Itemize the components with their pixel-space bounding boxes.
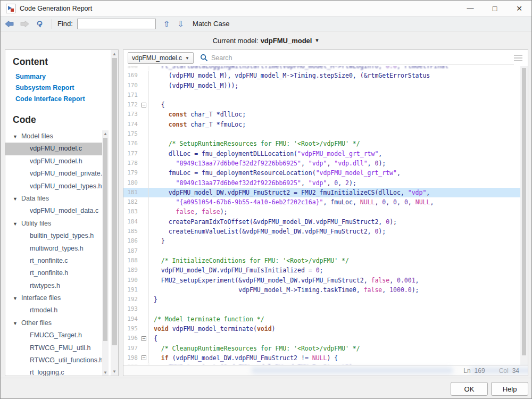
tree-file-item[interactable]: rt_logging.c: [5, 367, 102, 376]
caret-down-icon[interactable]: ▼: [13, 221, 18, 227]
tree-file-item[interactable]: rtmodel.h: [5, 304, 102, 317]
code-line[interactable]: 198– if (vdpFMU_model_DW.vdpFMU_FmuStruc…: [123, 353, 520, 363]
close-icon[interactable]: ✕: [507, 1, 531, 16]
match-case-toggle[interactable]: Match Case: [193, 20, 229, 28]
sidebar-scrollbar[interactable]: ▲ ▼: [111, 50, 118, 376]
tree-scroll-up-icon[interactable]: ▲: [102, 131, 109, 136]
line-number: 173: [123, 110, 140, 119]
search-icon: [200, 54, 208, 62]
caret-down-icon[interactable]: ▼: [13, 321, 18, 326]
caret-down-icon[interactable]: ▼: [13, 134, 18, 139]
tree-file-item[interactable]: RTWCG_util_functions.h: [5, 354, 102, 367]
code-line[interactable]: 190 FMU2_setupExperiment(&vdpFMU_model_D…: [123, 276, 520, 285]
code-scrollbar[interactable]: [520, 66, 528, 366]
tree-file-item[interactable]: vdpFMU_model.c: [5, 143, 102, 155]
fold-toggle[interactable]: –: [140, 353, 148, 363]
code-line[interactable]: 178 "8949c13aa77d6b0ef32d2f9226bb6925", …: [123, 159, 520, 168]
tree-file-item[interactable]: vdpFMU_model_types.h: [5, 180, 102, 193]
code-line[interactable]: 193: [123, 304, 520, 314]
fold-spacer: [140, 276, 148, 285]
tree-group[interactable]: ▼Data files: [5, 193, 102, 205]
tree-file-item[interactable]: multiword_types.h: [5, 243, 102, 255]
tree-group[interactable]: ▼Model files: [5, 130, 102, 143]
collapse-minus-icon[interactable]: –: [142, 103, 146, 107]
menu-icon[interactable]: [514, 53, 522, 63]
file-dropdown[interactable]: vdpFMU_model.c ▼: [128, 52, 194, 64]
maximize-icon[interactable]: □: [483, 1, 507, 16]
collapse-minus-icon[interactable]: –: [142, 336, 146, 341]
content-link[interactable]: Subsystem Report: [15, 82, 118, 94]
content-link[interactable]: Summary: [15, 71, 118, 82]
find-next-icon[interactable]: ⇩: [177, 19, 184, 29]
code-line[interactable]: 197 /* CleanupRuntimeResources for FMU: …: [123, 344, 520, 353]
fold-spacer: [140, 256, 148, 265]
find-previous-icon[interactable]: ⇧: [163, 19, 170, 29]
line-number: 171: [123, 90, 140, 100]
code-scroll-thumb[interactable]: [522, 68, 526, 355]
code-line[interactable]: 191 vdpFMU_model_M->Timing.taskTime0, fa…: [123, 285, 520, 295]
code-line[interactable]: 174 const char_T *fmuLoc;: [123, 120, 520, 129]
find-input[interactable]: [77, 19, 156, 29]
tree-file-item[interactable]: FMUCG_Target.h: [5, 329, 102, 342]
code-line[interactable]: 168 rt_StartDataLoggingWithStartTime(vdp…: [123, 66, 520, 71]
line-number: 180: [123, 178, 140, 188]
code-line[interactable]: 175: [123, 129, 520, 139]
code-line[interactable]: 184 createParamIdxToOffset(&vdpFMU_model…: [123, 217, 520, 227]
fold-toggle[interactable]: –: [140, 334, 148, 343]
code-line[interactable]: 187: [123, 246, 520, 256]
forward-icon[interactable]: [19, 19, 30, 29]
code-line[interactable]: 194/* Model terminate function */: [123, 314, 520, 324]
code-line[interactable]: 188 /* InitializeConditions for FMU: '<R…: [123, 256, 520, 265]
ok-button[interactable]: OK: [451, 382, 488, 396]
code-line[interactable]: 196–{: [123, 334, 520, 343]
tree-file-item[interactable]: rtwtypes.h: [5, 280, 102, 292]
line-number: 194: [123, 314, 140, 324]
code-line[interactable]: 185 createEnumValueList(&vdpFMU_model_DW…: [123, 227, 520, 236]
code-line[interactable]: 177 dllLoc = fmu_deploymentDLLLocation("…: [123, 149, 520, 159]
code-line[interactable]: 186 }: [123, 236, 520, 246]
tree-scrollbar[interactable]: ▲ ▼: [102, 130, 109, 376]
code-line[interactable]: 172– {: [123, 100, 520, 110]
tree-file-item[interactable]: vdpFMU_model.h: [5, 155, 102, 168]
back-icon[interactable]: [4, 19, 15, 29]
sidebar-scroll-thumb[interactable]: [112, 58, 117, 345]
tree-file-item[interactable]: builtin_typeid_types.h: [5, 230, 102, 242]
tree-file-item[interactable]: RTWCG_FMU_util.h: [5, 342, 102, 354]
tree-group[interactable]: ▼Interface files: [5, 292, 102, 304]
refresh-icon[interactable]: ⟳: [34, 18, 45, 30]
code-line[interactable]: 180 "8949c13aa77d6b0ef32d2f9226bb6925", …: [123, 178, 520, 188]
code-line[interactable]: 170 (vdpFMU_model_M)));: [123, 81, 520, 90]
tree-file-item[interactable]: rt_nonfinite.h: [5, 267, 102, 279]
code-line[interactable]: 189 vdpFMU_model_DW.vdpFMU_FmuIsInitiali…: [123, 265, 520, 275]
line-number: 175: [123, 129, 140, 139]
code-line[interactable]: 179 fmuLoc = fmu_deploymentResourceLocat…: [123, 168, 520, 178]
code-line[interactable]: 183 false, false);: [123, 207, 520, 217]
code-line[interactable]: 176 /* SetupRuntimeResources for FMU: '<…: [123, 139, 520, 148]
code-line[interactable]: 182 "{a0951054-67b6-9b55-4a10-6eb2f202c1…: [123, 197, 520, 207]
collapse-minus-icon[interactable]: –: [142, 355, 146, 360]
fold-toggle[interactable]: –: [140, 100, 148, 110]
caret-down-icon[interactable]: ▼: [13, 296, 18, 301]
caret-down-icon[interactable]: ▼: [13, 196, 18, 202]
tree-group[interactable]: ▼Utility files: [5, 218, 102, 230]
code-line[interactable]: 181 vdpFMU_model_DW.vdpFMU_FmuStruct2 = …: [123, 188, 520, 197]
code-line[interactable]: 192}: [123, 295, 520, 304]
tree-file-item[interactable]: vdpFMU_model_data.c: [5, 205, 102, 217]
search-input[interactable]: [211, 54, 498, 62]
content-link[interactable]: Code Interface Report: [15, 94, 118, 105]
fold-spacer: [140, 295, 148, 304]
code-line[interactable]: 195void vdpFMU_model_terminate(void): [123, 324, 520, 334]
tree-scroll-thumb[interactable]: [103, 138, 107, 341]
tree-file-item[interactable]: vdpFMU_model_private.h: [5, 168, 102, 180]
code-line[interactable]: 173 const char_T *dllLoc;: [123, 110, 520, 119]
tree-file-item[interactable]: rt_nonfinite.c: [5, 255, 102, 267]
tree-group[interactable]: ▼Other files: [5, 317, 102, 329]
current-model-caret-icon[interactable]: ▼: [314, 38, 319, 43]
sidebar-scroll-down-icon[interactable]: ▼: [111, 369, 118, 374]
minimize-icon[interactable]: —: [458, 1, 483, 16]
code-line[interactable]: 169 (vdpFMU_model_M), vdpFMU_model_M->Ti…: [123, 71, 520, 80]
help-button[interactable]: Help: [491, 382, 528, 396]
tree-scroll-down-icon[interactable]: ▼: [102, 370, 109, 375]
sidebar-scroll-up-icon[interactable]: ▲: [111, 52, 118, 56]
code-line[interactable]: 171: [123, 90, 520, 100]
